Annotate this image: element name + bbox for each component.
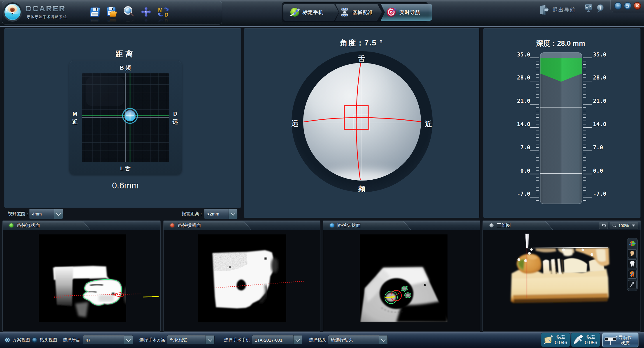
select-drill-arrow[interactable] <box>379 335 387 344</box>
calibration-plate-icon <box>542 333 555 346</box>
angle-title: 角度：7.5 ° <box>303 38 420 48</box>
chevron-down-icon <box>126 337 131 342</box>
info-bubble-icon[interactable] <box>596 4 604 13</box>
distance-label-mesial-letter: M <box>69 111 81 117</box>
plate-error-label: 误差 <box>557 334 565 340</box>
plate-error-value: 0.046 <box>555 340 567 346</box>
tracker-status-line1: 导航仪 <box>619 335 632 340</box>
calibrate-handpiece-icon <box>290 7 300 17</box>
mpr-planes-button[interactable] <box>629 240 636 248</box>
viewer3d-panel-header: 三维图 100% <box>483 221 641 230</box>
coronal-status-dot <box>9 223 13 227</box>
tab-instrument-registration[interactable]: 器械配准 <box>335 4 382 21</box>
select-tooth-arrow[interactable] <box>124 335 133 344</box>
depth-scale-label-left: -7.0 <box>499 190 530 197</box>
viewer3d-reset-button[interactable] <box>599 222 608 229</box>
plan-view-radio[interactable]: 方案视图 <box>5 337 30 343</box>
viewer3d-panel: 三维图 100% <box>482 220 641 332</box>
radio-dot <box>6 339 8 341</box>
save-button[interactable] <box>89 6 100 18</box>
app-subtitle: 牙体牙髓手术导航系统 <box>27 15 67 20</box>
display-monitor-icon[interactable] <box>585 4 593 13</box>
depth-scale-label-left: 21.0 <box>499 98 530 104</box>
head-model-icon <box>629 250 635 257</box>
distance-label-distal-word: 远 <box>169 118 181 126</box>
coronal-view-panel: 路径冠状面 <box>2 220 161 332</box>
angle-label-lingual: 舌 <box>333 54 391 63</box>
fov-label: 视野范围： <box>8 211 30 217</box>
viewer3d-toolbar <box>627 238 638 291</box>
depth-scale-label-left: 35.0 <box>499 51 530 58</box>
chevron-down-icon <box>208 337 213 342</box>
select-handpiece-arrow[interactable] <box>293 335 302 344</box>
head-view-button[interactable] <box>628 249 637 258</box>
select-tooth[interactable]: 47 <box>83 335 133 345</box>
tracker-status-text: 导航仪 状态 <box>619 335 632 346</box>
select-drill-value: 请选择钻头 <box>328 337 379 343</box>
viewer3d-scene <box>483 230 641 331</box>
depth-scale-label-right: 21.0 <box>593 98 624 104</box>
alarm-select[interactable]: >2mm <box>204 209 238 219</box>
distance-label-distal-letter: D <box>169 111 181 117</box>
minimize-button[interactable] <box>615 3 621 9</box>
app-title: DCARER <box>26 4 66 13</box>
select-plan-arrow[interactable] <box>206 335 214 344</box>
distance-position-marker <box>123 108 138 123</box>
zoom-search-button[interactable] <box>123 6 135 18</box>
select-tooth-value: 47 <box>83 338 124 342</box>
tab-label: 器械配准 <box>352 9 373 16</box>
distance-label-lingual: L 舌 <box>96 165 155 172</box>
dcarer-navigation-app: { "app": {"name": "DCARER", "subtitle": … <box>0 0 644 348</box>
tooth-colored-icon <box>629 271 635 278</box>
plate-error-button[interactable]: 误差 0.046 <box>541 333 570 347</box>
alarm-select-arrow[interactable] <box>229 209 237 219</box>
alarm-value: >2mm <box>204 211 229 216</box>
viewer3d-zoom-select[interactable]: 100% <box>610 222 638 229</box>
handpiece-error-button[interactable]: 误差 0.056 <box>571 333 600 347</box>
fov-select[interactable]: 4mm <box>29 209 63 219</box>
tab-calibrate-handpiece[interactable]: 标定手机 <box>283 4 339 21</box>
drill-view-radio[interactable]: 钻头视图 <box>32 337 57 343</box>
exit-navigation-button[interactable]: 退出导航 <box>539 3 583 16</box>
select-plan-value: 钙化根管 <box>167 337 206 343</box>
distance-title: 距离 <box>67 49 184 59</box>
viewer3d-panel-title: 三维图 <box>497 222 511 229</box>
select-plan[interactable]: 钙化根管 <box>167 335 215 345</box>
tab-realtime-navigation[interactable]: 实时导航 <box>381 4 432 21</box>
select-tooth-label: 选择牙齿 <box>63 337 80 343</box>
realtime-navigation-icon <box>386 7 397 18</box>
axial-xray-image <box>164 230 320 331</box>
tab-label: 实时导航 <box>399 9 420 16</box>
drill-view-radio-circle <box>32 338 37 342</box>
tracker-status-button[interactable]: 导航仪 状态 <box>602 333 638 347</box>
restore-button[interactable] <box>624 3 631 9</box>
instrument-registration-icon <box>339 7 350 17</box>
zoom-icon <box>612 223 617 228</box>
sagittal-panel-header: 路径矢状面 <box>323 221 480 230</box>
depth-title: 深度：28.0 mm <box>502 39 619 48</box>
depth-scale-label-left: 28.0 <box>499 74 530 81</box>
tooth-canal-view-button[interactable] <box>628 270 637 279</box>
axial-panel-header: 路径横断面 <box>164 221 320 230</box>
depth-scale-label-right: 28.0 <box>593 74 624 81</box>
drill-tool-icon <box>629 281 635 288</box>
pan-move-button[interactable] <box>140 6 152 18</box>
alarm-label: 报警距离： <box>182 211 203 217</box>
select-plan-label: 选择手术方案 <box>139 337 166 343</box>
model-data-sync-button[interactable]: M D <box>157 6 169 18</box>
drill-view-button[interactable] <box>628 280 637 289</box>
select-drill[interactable]: 请选择钻头 <box>328 335 388 345</box>
save-as-button[interactable] <box>106 6 117 18</box>
fov-select-arrow[interactable] <box>54 209 63 219</box>
plate-error-text: 误差 0.046 <box>555 334 567 346</box>
axial-view-panel: 路径横断面 <box>163 220 320 332</box>
axial-panel-title: 路径横断面 <box>178 222 201 229</box>
tooth-view-button[interactable] <box>628 259 637 268</box>
close-button[interactable] <box>634 3 641 9</box>
zoom-dropdown-arrow <box>632 225 635 227</box>
select-handpiece[interactable]: 1TA-2017-001 <box>252 335 302 345</box>
sagittal-panel-title: 路径矢状面 <box>337 222 361 229</box>
distance-value: 0.6mm <box>82 181 169 190</box>
sagittal-panel-tab <box>323 221 411 230</box>
handpiece-error-text: 误差 0.056 <box>585 334 597 346</box>
